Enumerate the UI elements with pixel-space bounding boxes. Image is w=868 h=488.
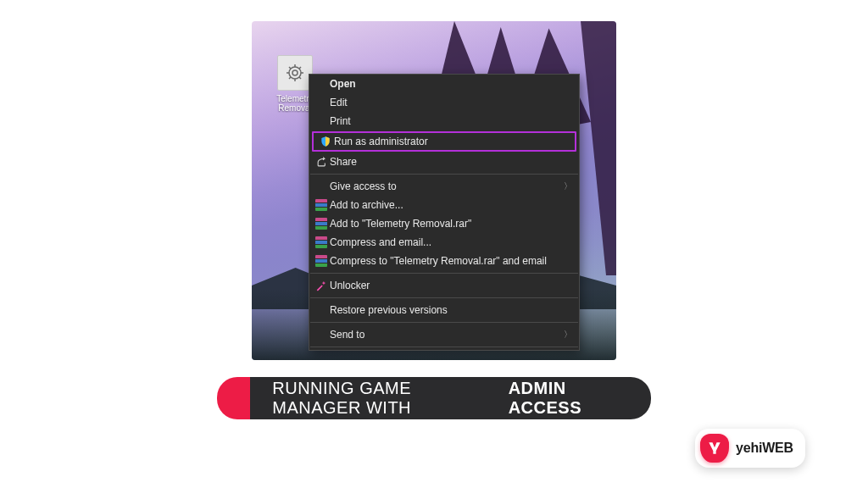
menu-item-label: Compress and email... [330,236,572,248]
menu-item-label: Send to [330,329,562,341]
svg-point-0 [289,67,301,79]
menu-item-label: Compress to "Telemetry Removal.rar" and … [330,255,572,267]
menu-item-label: Open [330,78,572,90]
menu-item-restore-versions[interactable]: Restore previous versions [309,301,579,319]
menu-separator [310,174,578,175]
submenu-arrow-icon: 〉 [562,180,572,192]
menu-item-compress-rar-email[interactable]: Compress to "Telemetry Removal.rar" and … [309,252,579,270]
winrar-icon [313,198,330,212]
menu-separator [310,273,578,274]
menu-item-give-access[interactable]: Give access to 〉 [309,177,579,196]
menu-item-add-archive[interactable]: Add to archive... [309,196,579,214]
context-menu: Open Edit Print Run as administrator Sha… [309,74,580,351]
caption-normal-text: RUNNING GAME MANAGER WITH [272,379,503,418]
winrar-icon [313,254,330,268]
menu-item-label: Share [330,156,572,168]
menu-item-print[interactable]: Print [309,112,579,130]
share-icon [313,155,330,169]
menu-item-add-rar[interactable]: Add to "Telemetry Removal.rar" [309,214,579,233]
menu-item-run-as-admin[interactable]: Run as administrator [314,133,575,150]
submenu-arrow-icon: 〉 [562,329,572,341]
menu-item-edit[interactable]: Edit [309,93,579,112]
logo-suffix: WEB [762,441,793,455]
caption-text: RUNNING GAME MANAGER WITH ADMIN ACCESS [250,377,651,419]
menu-item-label: Add to archive... [330,199,572,211]
menu-separator [310,322,578,323]
logo-text: yehiWEB [736,441,793,456]
menu-item-unlocker[interactable]: Unlocker [309,276,579,295]
menu-item-label: Give access to [330,180,562,192]
menu-item-compress-email[interactable]: Compress and email... [309,233,579,252]
menu-item-label: Print [330,115,572,127]
caption-accent [217,377,250,419]
wand-icon [313,279,330,292]
winrar-icon [313,236,330,249]
logo-badge-icon [700,434,729,463]
svg-point-1 [292,70,298,75]
logo-prefix: yehi [736,441,762,455]
menu-separator [310,347,578,347]
menu-item-label: Restore previous versions [330,304,572,316]
menu-item-label: Edit [330,97,572,108]
shield-icon [317,135,334,148]
caption-banner: RUNNING GAME MANAGER WITH ADMIN ACCESS [217,377,651,419]
desktop-screenshot: Telemetry Removal Open Edit Print Run as… [252,21,616,360]
batch-file-icon [277,55,313,91]
menu-item-share[interactable]: Share [309,152,579,171]
menu-item-open[interactable]: Open [309,75,579,93]
winrar-icon [313,217,330,230]
caption-bold-text: ADMIN ACCESS [509,379,619,418]
site-logo: yehiWEB [695,429,805,468]
menu-item-label: Run as administrator [334,136,568,147]
highlighted-menu-item: Run as administrator [312,131,576,152]
menu-item-label: Unlocker [330,280,572,291]
menu-item-label: Add to "Telemetry Removal.rar" [330,218,572,230]
menu-separator [310,297,578,298]
menu-item-send-to[interactable]: Send to 〉 [309,325,579,344]
